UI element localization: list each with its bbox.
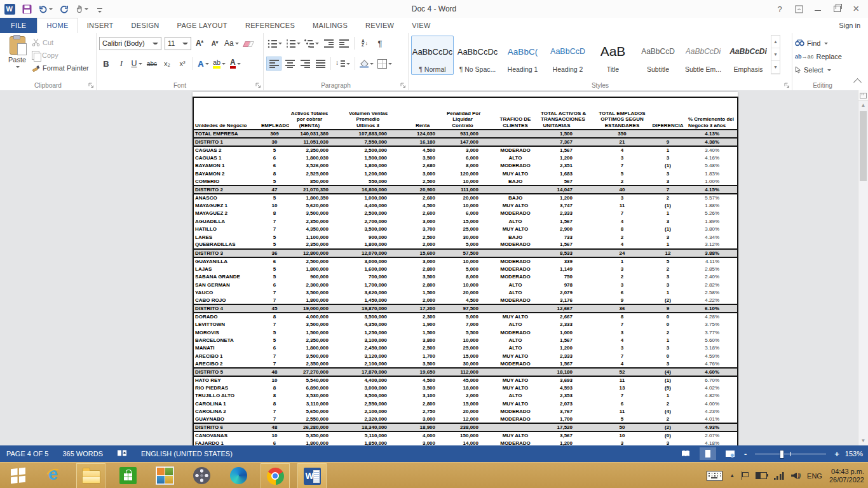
table-row-carolina-2[interactable]: CAROLINA 275,650,0002,100,0002,75020,000… [193,407,738,415]
table-row-hatillo[interactable]: HATILLO74,350,0003,500,0003,70025,000MUY… [193,226,738,233]
read-mode-button[interactable] [677,447,694,460]
proofing-error-icon[interactable] [117,449,127,458]
zoom-in-button[interactable]: + [834,449,839,459]
ribbon-display-options-button[interactable] [789,2,808,16]
clock[interactable]: 04:43 p.m. 26/07/2022 [829,468,864,484]
clipboard-dialog-launcher-icon[interactable] [88,83,94,88]
underline-button[interactable]: U [130,57,144,71]
web-layout-button[interactable] [722,447,738,460]
table-row-caguas-2[interactable]: CAGUAS 252,350,0002,500,0004,5003,000MOD… [193,146,738,154]
multilevel-list-button[interactable] [303,36,320,50]
taskbar-store-icon[interactable] [113,463,142,488]
table-row-rio-piedras[interactable]: RIO PIEDRAS86,890,0003,000,0003,50018,00… [193,384,738,391]
font-name-combobox[interactable]: Calibri (Body) [99,37,161,50]
style-heading-2[interactable]: AaBbCcDHeading 2 [546,36,589,75]
table-row-carolina-1[interactable]: CAROLINA 183,110,0002,550,0002,80015,000… [193,400,738,407]
align-right-button[interactable] [298,57,312,71]
show-hidden-icons-icon[interactable]: ▲ [729,473,735,478]
scroll-up-icon[interactable]: ▲ [861,101,866,110]
zoom-slider-thumb[interactable] [780,450,784,459]
table-row-distrito-6[interactable]: DISTRITO 64826,280,00018,340,00018,90023… [193,423,738,431]
find-button[interactable]: Find [795,37,850,48]
numbering-button[interactable] [285,36,302,50]
minimize-button[interactable] [808,2,827,16]
text-effects-button[interactable]: A [196,57,210,71]
subscript-button[interactable]: x₂ [160,57,174,71]
taskbar-photos-icon[interactable] [150,463,179,488]
change-case-button[interactable]: Aa [223,36,240,50]
increase-indent-button[interactable] [337,36,351,50]
table-row-distrito-1[interactable]: DISTRITO 13011,051,0307,550,00016,180147… [193,138,738,146]
table-row-mayaguez-1[interactable]: MAYAGUEZ 1105,620,0004,400,0004,50010,00… [193,201,738,209]
table-row-hato-rey[interactable]: HATO REY105,540,0004,400,0004,50045,000M… [193,376,738,384]
gallery-up-icon[interactable]: ▲ [771,36,780,48]
table-row-arecibo-2[interactable]: ARECIBO 272,350,0002,100,0003,50030,000M… [193,360,738,367]
action-center-flag-icon[interactable] [742,471,749,480]
collapse-ribbon-icon[interactable] [853,78,862,86]
battery-icon[interactable] [756,472,767,479]
table-row-arecibo-1[interactable]: ARECIBO 173,500,0003,120,0001,70015,000M… [193,352,738,360]
input-language-indicator[interactable]: ENG [807,472,822,480]
sort-button[interactable]: AZ↓ [358,36,372,50]
table-row-guaynabo[interactable]: GUAYNABO72,550,0002,320,0003,00012,000MO… [193,416,738,423]
borders-button[interactable] [376,57,393,71]
table-row-cabo-rojo[interactable]: CABO ROJO71,800,0001,450,0002,0004,500MO… [193,297,738,304]
style-no-spac[interactable]: AaBbCcDc¶ No Spac... [456,36,499,75]
copy-button[interactable]: Copy [32,50,89,60]
table-row-anasco[interactable]: ANASCO51,800,3501,000,0002,60020,000BAJO… [193,194,738,201]
vertical-scrollbar[interactable]: ▲ ▼ [858,90,868,445]
text-highlight-button[interactable]: ab [212,57,227,71]
table-row-san-german[interactable]: SAN GERMAN62,300,0001,700,0002,80010,000… [193,281,738,288]
select-button[interactable]: Select [795,64,850,75]
restore-button[interactable] [827,2,846,16]
bold-button[interactable]: B [99,57,113,71]
taskbar-internet-explorer-icon[interactable] [39,463,69,488]
justify-button[interactable] [313,57,327,71]
doc-table[interactable]: Unidedes de NegocioEMPLEADOSActivos Tota… [193,97,738,445]
font-size-combobox[interactable]: 11 [165,37,191,50]
paste-button[interactable]: Paste [3,35,32,73]
table-row-mayaguez-2[interactable]: MAYAGUEZ 283,500,0002,500,0002,6006,000M… [193,210,738,217]
touch-keyboard-icon[interactable] [707,471,722,481]
table-row-aguadilla[interactable]: AGUADILLA72,350,0002,700,0003,00015,000A… [193,217,738,225]
network-signal-icon[interactable] [774,472,784,480]
style-heading-1[interactable]: AaBbC(Heading 1 [501,36,544,75]
table-row-morovis[interactable]: MOROVIS51,500,0001,250,0001,5005,500MODE… [193,329,738,336]
close-button[interactable] [846,2,865,16]
table-row-distrito-4[interactable]: DISTRITO 44519,000,00019,870,00017,20097… [193,304,738,313]
table-row-distrito-3[interactable]: DISTRITO 33612,800,00012,070,00015,60057… [193,249,738,257]
table-row-total-empresa[interactable]: TOTAL EMPRESA309140,031,380107,883,00012… [193,130,738,138]
style-normal[interactable]: AaBbCcDc¶ Normal [411,36,454,75]
print-layout-button[interactable] [700,447,716,460]
style-emphasis[interactable]: AaBbCcDiEmphasis [727,36,770,75]
zoom-level[interactable]: 153% [845,450,863,458]
ruler-toggle-button[interactable] [858,90,868,101]
paragraph-dialog-launcher-icon[interactable] [400,83,406,88]
tab-design[interactable]: DESIGN [123,18,168,33]
document-page[interactable]: Unidedes de NegocioEMPLEADOSActivos Tota… [193,92,738,445]
tab-view[interactable]: VIEW [403,18,439,33]
shrink-font-button[interactable]: A [208,36,222,50]
table-row-fajardo-1[interactable]: FAJARDO 161,800,0001,850,0003,00014,000M… [193,440,738,446]
table-row-guayanilla[interactable]: GUAYANILLA62,500,0003,000,0003,00010,000… [193,257,738,265]
help-button[interactable]: ? [770,2,789,16]
table-row-trujillo-alto[interactable]: TRUJILLO ALTO83,530,0003,500,0003,1002,0… [193,392,738,400]
taskbar-edge-icon[interactable] [224,463,253,488]
style-subtitle[interactable]: AaBbCcDSubtitle [637,36,679,75]
table-row-manati[interactable]: MANATI61,800,0002,450,0002,50025,000ALTO… [193,344,738,352]
styles-dialog-launcher-icon[interactable] [784,83,790,88]
scrollbar-thumb[interactable] [860,111,867,181]
sign-in-link[interactable]: Sign in [839,18,860,33]
word-count[interactable]: 365 WORDS [62,450,103,458]
decrease-indent-button[interactable] [322,36,336,50]
table-row-lares[interactable]: LARES51,100,000900,0002,50030,000BAJO733… [193,233,738,241]
line-spacing-button[interactable] [334,57,351,71]
tab-file[interactable]: FILE [0,18,37,33]
font-dialog-launcher-icon[interactable] [255,83,261,88]
tab-insert[interactable]: INSERT [78,18,123,33]
zoom-out-button[interactable]: - [744,449,747,459]
format-painter-button[interactable]: Format Painter [32,62,89,73]
paste-dropdown-icon[interactable] [16,66,20,70]
taskbar-chrome-icon[interactable] [261,463,290,488]
font-color-button[interactable]: A [228,57,242,71]
